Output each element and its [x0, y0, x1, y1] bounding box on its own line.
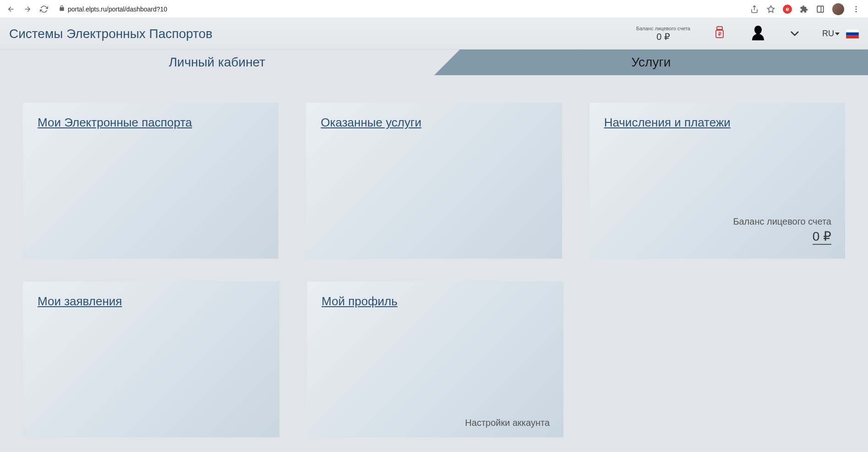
- svg-point-3: [856, 6, 857, 7]
- browser-actions: e: [750, 3, 863, 15]
- address-bar[interactable]: portal.elpts.ru/portal/dashboard?10: [54, 5, 746, 13]
- card-payments[interactable]: Начисления и платежи Баланс лицевого сче…: [590, 103, 845, 259]
- card-applications-title[interactable]: Мои заявления: [38, 294, 265, 309]
- svg-rect-9: [846, 32, 859, 35]
- dashboard-content: Мои Электронные паспорта Оказанные услуг…: [0, 75, 868, 452]
- ruble-stamp-icon[interactable]: ₽: [713, 26, 726, 42]
- menu-icon[interactable]: [852, 5, 861, 14]
- svg-rect-10: [846, 35, 859, 39]
- svg-rect-1: [817, 6, 824, 12]
- language-label: RU: [822, 29, 840, 39]
- svg-point-5: [856, 11, 857, 12]
- card-profile-settings[interactable]: Настройки аккаунта: [465, 418, 550, 428]
- panel-icon[interactable]: [816, 5, 825, 14]
- card-profile-title[interactable]: Мой профиль: [322, 294, 549, 309]
- profile-avatar-icon[interactable]: [832, 3, 844, 15]
- svg-point-4: [856, 8, 857, 10]
- cards-row-1: Мои Электронные паспорта Оказанные услуг…: [23, 103, 845, 259]
- forward-button[interactable]: [21, 3, 34, 16]
- tab-cabinet[interactable]: Личный кабинет: [0, 50, 434, 75]
- back-button[interactable]: [5, 3, 17, 16]
- card-passports-title[interactable]: Мои Электронные паспорта: [38, 116, 264, 130]
- share-icon[interactable]: [750, 5, 759, 14]
- flag-ru-icon: [846, 29, 859, 39]
- svg-marker-0: [768, 6, 775, 12]
- card-balance-value[interactable]: 0 ₽: [813, 229, 831, 245]
- user-silhouette-icon[interactable]: [749, 24, 767, 44]
- extensions-icon[interactable]: [799, 5, 808, 14]
- site-title: Системы Электронных Паспортов: [9, 27, 213, 41]
- card-rendered-services[interactable]: Оказанные услуги: [306, 103, 562, 259]
- card-rendered-services-title[interactable]: Оказанные услуги: [321, 116, 547, 130]
- cards-row-2: Мои заявления Мой профиль Настройки акка…: [23, 281, 845, 437]
- page-header: Системы Электронных Паспортов Баланс лиц…: [0, 18, 868, 50]
- balance-value: 0 ₽: [636, 31, 690, 42]
- tab-divider: [434, 50, 460, 75]
- extension-red-icon[interactable]: e: [783, 5, 792, 14]
- tab-services[interactable]: Услуги: [434, 50, 868, 75]
- lock-icon: [59, 5, 65, 13]
- header-right: Баланс лицевого счета 0 ₽ ₽ RU: [636, 24, 859, 44]
- card-applications[interactable]: Мои заявления: [23, 281, 279, 437]
- reload-button[interactable]: [38, 3, 50, 16]
- tabs-bar: Личный кабинет Услуги: [0, 50, 868, 75]
- card-balance-block: Баланс лицевого счета 0 ₽: [733, 216, 831, 245]
- card-payments-title[interactable]: Начисления и платежи: [604, 116, 830, 130]
- card-passports[interactable]: Мои Электронные паспорта: [23, 103, 278, 259]
- card-profile[interactable]: Мой профиль Настройки аккаунта: [307, 281, 563, 437]
- svg-rect-8: [846, 29, 859, 33]
- language-selector[interactable]: RU: [822, 29, 859, 39]
- browser-toolbar: portal.elpts.ru/portal/dashboard?10 e: [0, 0, 868, 18]
- header-balance[interactable]: Баланс лицевого счета 0 ₽: [636, 26, 690, 42]
- star-icon[interactable]: [766, 5, 775, 14]
- card-balance-label: Баланс лицевого счета: [733, 216, 831, 227]
- svg-text:₽: ₽: [718, 31, 721, 37]
- balance-label: Баланс лицевого счета: [636, 26, 690, 31]
- url-text: portal.elpts.ru/portal/dashboard?10: [68, 6, 167, 13]
- dropdown-chevron-icon[interactable]: [790, 30, 799, 38]
